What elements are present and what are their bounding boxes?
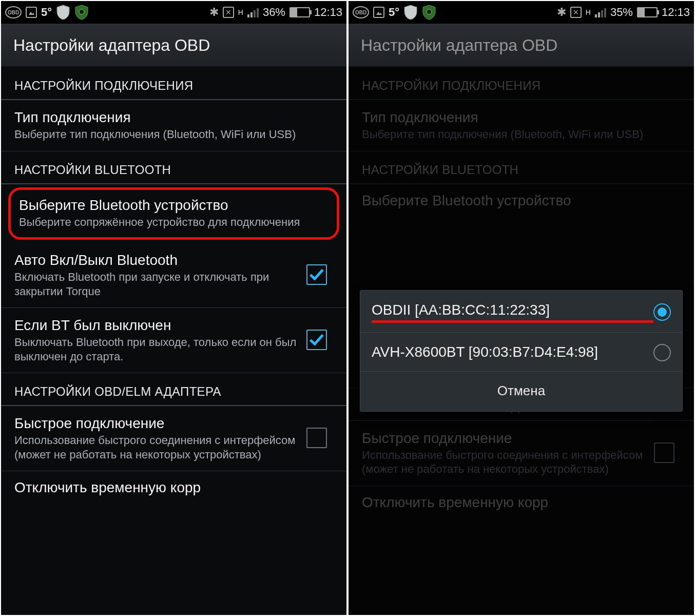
svg-point-1 [79, 9, 84, 14]
signal-icon [247, 7, 259, 17]
network-type: H [586, 8, 591, 16]
bluetooth-icon: ✱ [209, 6, 219, 19]
setting-auto-bt[interactable]: Авто Вкл/Выкл Bluetooth Включать Bluetoo… [1, 243, 346, 308]
dialog-option-label: AVH-X8600BT [90:03:B7:D4:E4:98] [372, 343, 653, 361]
page-header: Настройки адаптера OBD [1, 24, 346, 67]
setting-connection-type[interactable]: Тип подключения Выберите тип подключения… [349, 100, 694, 151]
setting-sub: Включать Bluetooth при запуске и отключа… [14, 270, 300, 298]
shield-icon [403, 5, 418, 20]
battery-icon [289, 7, 310, 17]
battery-percent: 36% [263, 6, 285, 19]
partial-setting[interactable]: Отключить временную корр [349, 486, 694, 511]
shield-icon [56, 5, 70, 20]
page-title: Настройки адаптера OBD [13, 36, 334, 55]
setting-partial-bt-device[interactable]: Выберите Bluetooth устройство [349, 184, 694, 214]
signal-icon [595, 7, 606, 17]
setting-sub: Выберите тип подключения (Bluetooth, WiF… [362, 127, 681, 142]
checkbox-fast-connect[interactable] [306, 428, 327, 448]
box-x-icon: ✕ [570, 7, 582, 18]
checkbox-fast-connect[interactable] [654, 442, 674, 463]
setting-title: Тип подключения [362, 108, 681, 126]
clock: 12:13 [314, 6, 342, 19]
radio-unselected[interactable] [653, 344, 671, 361]
section-connection-header: НАСТРОЙКИ ПОДКЛЮЧЕНИЯ [349, 67, 694, 100]
dialog-option-obdii[interactable]: OBDII [AA:BB:CC:11:22:33] [360, 291, 682, 333]
settings-content[interactable]: НАСТРОЙКИ ПОДКЛЮЧЕНИЯ Тип подключения Вы… [1, 67, 346, 615]
setting-select-bt-device[interactable]: Выберите Bluetooth устройство Выберите с… [19, 196, 329, 229]
section-connection-header: НАСТРОЙКИ ПОДКЛЮЧЕНИЯ [1, 67, 346, 100]
left-screen: OBD 5° ✱ ✕ H 36% 12:13 Настройки адаптер… [1, 1, 346, 615]
setting-title: Выберите Bluetooth устройство [19, 196, 329, 214]
setting-sub: Использование быстрого соединения с инте… [362, 448, 648, 476]
setting-sub: Использование быстрого соединения с инте… [14, 433, 300, 461]
temperature: 5° [41, 6, 52, 19]
bluetooth-icon: ✱ [557, 6, 566, 19]
page-title: Настройки адаптера OBD [361, 36, 682, 55]
setting-sub: Выключать Bluetooth при выходе, только е… [14, 335, 300, 363]
setting-title: Авто Вкл/Выкл Bluetooth [14, 251, 300, 269]
box-x-icon: ✕ [223, 7, 234, 18]
setting-if-bt-off[interactable]: Если BT был выключен Выключать Bluetooth… [1, 308, 346, 373]
clock: 12:13 [662, 6, 690, 19]
radio-selected[interactable] [653, 303, 671, 321]
settings-content: НАСТРОЙКИ ПОДКЛЮЧЕНИЯ Тип подключения Вы… [349, 67, 694, 615]
page-header: Настройки адаптера OBD [349, 24, 694, 67]
setting-title: Если BT был выключен [14, 316, 300, 334]
shield-green-icon [74, 5, 89, 20]
partial-setting[interactable]: Отключить временную корр [1, 471, 346, 496]
obd-icon: OBD [353, 6, 369, 18]
status-bar: OBD 5° ✱ ✕ H 36% 12:13 [1, 1, 346, 24]
setting-title: Тип подключения [14, 108, 333, 126]
setting-title: Быстрое подключение [14, 414, 300, 432]
section-bluetooth-header: НАСТРОЙКИ BLUETOOTH [1, 151, 346, 184]
network-type: H [238, 8, 243, 16]
image-icon [373, 7, 384, 18]
status-bar: OBD 5° ✱ ✕ H 35% 12:13 [349, 1, 694, 24]
setting-connection-type[interactable]: Тип подключения Выберите тип подключения… [1, 100, 346, 151]
section-bluetooth-header: НАСТРОЙКИ BLUETOOTH [349, 151, 694, 184]
svg-point-3 [427, 9, 432, 14]
dialog-option-avh[interactable]: AVH-X8600BT [90:03:B7:D4:E4:98] [360, 333, 682, 371]
dialog-option-label: OBDII [AA:BB:CC:11:22:33] [372, 301, 653, 319]
checkbox-auto-bt[interactable] [306, 264, 327, 285]
right-screen: OBD 5° ✱ ✕ H 35% 12:13 Настройки адаптер… [349, 1, 694, 615]
cancel-button[interactable]: Отмена [360, 372, 682, 411]
setting-sub: Выберите сопряжённое устройство для подк… [19, 215, 329, 229]
highlight-annotation: Выберите Bluetooth устройство Выберите с… [8, 187, 339, 240]
svg-marker-2 [376, 12, 382, 15]
svg-marker-0 [29, 12, 34, 15]
battery-icon [637, 7, 658, 17]
obd-icon: OBD [5, 6, 22, 18]
setting-title: Быстрое подключение [362, 429, 648, 447]
battery-percent: 35% [610, 6, 633, 19]
underline-annotation [372, 320, 653, 323]
section-obd-header: НАСТРОЙКИ OBD/ELM АДАПТЕРА [1, 373, 346, 406]
checkbox-if-bt-off[interactable] [306, 330, 327, 350]
bt-device-dialog: OBDII [AA:BB:CC:11:22:33] AVH-X8600BT [9… [360, 290, 683, 412]
setting-sub: Выберите тип подключения (Bluetooth, WiF… [14, 127, 333, 142]
temperature: 5° [389, 6, 399, 19]
image-icon [26, 7, 37, 18]
shield-green-icon [422, 5, 436, 20]
setting-fast-connect[interactable]: Быстрое подключение Использование быстро… [349, 421, 694, 486]
setting-fast-connect[interactable]: Быстрое подключение Использование быстро… [1, 406, 346, 471]
